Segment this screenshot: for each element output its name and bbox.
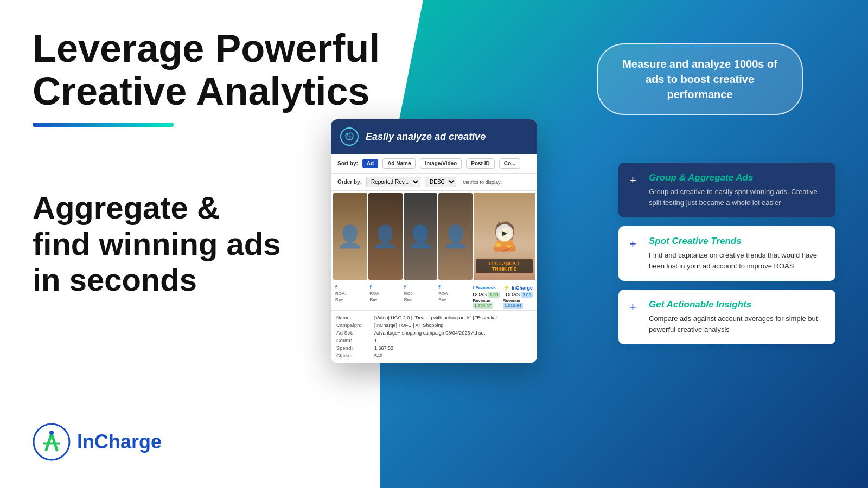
thumb-person-3: 👤 — [404, 193, 438, 280]
orderby-select[interactable]: Reported Rev... — [366, 177, 420, 187]
video-caption: IT'S FANCY, ITHINK IT'S — [476, 259, 533, 273]
roas-row: ROAS 1.06 ROAS 3.06 — [473, 292, 533, 297]
detail-spend-row: Spend: 1,667.52 — [336, 344, 532, 352]
detail-spend-label: Spend: — [336, 344, 374, 352]
fb-icon-3: f — [404, 285, 437, 290]
ads-grid: 👤 👤 👤 👤 🙎 IT'S FANCY, ITHINK IT'S — [331, 191, 537, 282]
badge-text: Measure and analyze 1000s of ads to boos… — [622, 56, 777, 102]
revenue-val-1: 1,764.27 — [473, 303, 493, 309]
feature-title-2: Spot Creative Trends — [649, 236, 825, 247]
ad-detail-table: Name: [Video] UGC 2.0 | "Dealing with ac… — [336, 314, 532, 359]
feature-desc-2: Find and capitalize on creative trends t… — [649, 250, 825, 271]
play-button[interactable] — [496, 224, 513, 242]
ad-thumb-main[interactable]: 🙎 IT'S FANCY, ITHINK IT'S — [474, 193, 535, 280]
ad-stats-row: f ROA: Rev f ROA Rev f ROJ Rev f ROA Rev… — [331, 282, 537, 310]
feature-desc-3: Compare ads against account averages for… — [649, 313, 825, 335]
feature-content-3: Get Actionable Insights Compare ads agai… — [649, 299, 825, 335]
fb-icon-1: f — [335, 285, 368, 290]
brain-icon — [340, 127, 359, 146]
main-headline-section: Leverage Powerful Creative Analytics — [33, 27, 380, 127]
sort-label: Sort by: — [337, 160, 358, 166]
detail-adset-val: Advantage+ shopping campaign 08/04/2023 … — [374, 329, 532, 337]
thumb-person-1: 👤 — [333, 193, 367, 280]
ad-detail-panel: Name: [Video] UGC 2.0 | "Dealing with ac… — [331, 310, 537, 363]
detail-count-label: Count: — [336, 337, 374, 344]
roas-val-2: 3.06 — [521, 292, 533, 298]
detail-adset-label: Ad Set: — [336, 329, 374, 337]
detail-clicks-label: Clicks: — [336, 352, 374, 359]
feature-title-1: Group & Aggregate Ads — [649, 172, 825, 183]
stat-col-2: f ROA Rev — [369, 285, 403, 308]
metrics-label: Metrics to display: — [463, 179, 502, 185]
order-bar: Order by: Reported Rev... DESC ASC Metri… — [331, 174, 537, 191]
direction-select[interactable]: DESC ASC — [425, 177, 456, 187]
detail-clicks-row: Clicks: 540 — [336, 352, 532, 359]
plus-icon-2: + — [629, 237, 640, 251]
screenshot-card: Easily analyze ad creative Sort by: Ad A… — [331, 119, 537, 363]
orderby-label: Order by: — [337, 179, 362, 185]
facebook-label: f Facebook — [473, 285, 496, 290]
logo-text: InCharge — [77, 431, 162, 453]
sort-bar: Sort by: Ad Ad Name Image/Video Post ID … — [331, 154, 537, 174]
ad-thumb-2[interactable]: 👤 — [368, 193, 403, 280]
sort-btn-imagevideo[interactable]: Image/Video — [420, 158, 462, 169]
fb-icon-4: f — [438, 285, 471, 290]
feature-title-3: Get Actionable Insights — [649, 299, 825, 310]
stat-col-4: f ROA Rev — [438, 285, 471, 308]
detail-campaign-val: [InCharge] TOFU | A+ Shopping — [374, 322, 532, 329]
detail-clicks-val: 540 — [374, 352, 532, 359]
screenshot-header-title: Easily analyze ad creative — [366, 131, 486, 143]
detail-count-row: Count: 1 — [336, 337, 532, 344]
svg-point-0 — [34, 424, 69, 460]
fb-icon-2: f — [369, 285, 403, 290]
ad-thumb-4[interactable]: 👤 — [438, 193, 473, 280]
detail-count-val: 1 — [374, 337, 532, 344]
headline-underline — [33, 123, 174, 127]
stat-col-1: f ROA: Rev — [335, 285, 368, 308]
detail-name-val: [Video] UGC 2.0 | "Dealing with aching n… — [374, 314, 532, 322]
plus-icon-1: + — [629, 174, 640, 188]
incharge-small: ⚡ InCharge — [503, 285, 533, 291]
sub-headline-section: Aggregate & find winning ads in seconds — [33, 190, 281, 298]
sort-btn-adname[interactable]: Ad Name — [382, 158, 416, 169]
screenshot-header: Easily analyze ad creative — [331, 119, 537, 154]
thumb-person-2: 👤 — [368, 193, 403, 280]
svg-point-1 — [49, 431, 54, 435]
logo-area: InCharge — [33, 423, 162, 461]
sort-btn-ad[interactable]: Ad — [362, 159, 378, 168]
detail-name-row: Name: [Video] UGC 2.0 | "Dealing with ac… — [336, 314, 532, 322]
plus-icon-3: + — [629, 300, 640, 314]
headline-title: Leverage Powerful Creative Analytics — [33, 27, 380, 113]
sub-headline-text: Aggregate & find winning ads in seconds — [33, 190, 281, 298]
incharge-logo-icon — [33, 423, 71, 461]
platform-row: f Facebook ⚡ InCharge — [473, 285, 533, 291]
badge-pill: Measure and analyze 1000s of ads to boos… — [597, 43, 803, 115]
ad-thumb-3[interactable]: 👤 — [404, 193, 438, 280]
sort-btn-postid[interactable]: Post ID — [466, 158, 494, 169]
feature-card-group: + Group & Aggregate Ads Group ad creativ… — [618, 163, 835, 217]
roas-val-1: 1.06 — [488, 292, 500, 298]
main-ad-stats: f Facebook ⚡ InCharge ROAS 1.06 ROAS 3.0… — [473, 285, 533, 308]
detail-name-label: Name: — [336, 314, 374, 322]
stat-col-3: f ROJ Rev — [404, 285, 437, 308]
detail-spend-val: 1,667.52 — [374, 344, 532, 352]
thumb-person-4: 👤 — [438, 193, 473, 280]
feature-cards-section: + Group & Aggregate Ads Group ad creativ… — [618, 163, 835, 344]
feature-card-insights: + Get Actionable Insights Compare ads ag… — [618, 290, 835, 344]
detail-campaign-label: Campaign: — [336, 322, 374, 329]
feature-card-trends: + Spot Creative Trends Find and capitali… — [618, 226, 835, 281]
sort-btn-more[interactable]: Co... — [499, 158, 521, 169]
revenue-val-2: 1,016.64 — [503, 303, 523, 309]
detail-adset-row: Ad Set: Advantage+ shopping campaign 08/… — [336, 329, 532, 337]
feature-content-1: Group & Aggregate Ads Group ad creative … — [649, 172, 825, 208]
ad-thumb-1[interactable]: 👤 — [333, 193, 367, 280]
feature-desc-1: Group ad creative to easily spot winning… — [649, 187, 825, 208]
detail-campaign-row: Campaign: [InCharge] TOFU | A+ Shopping — [336, 322, 532, 329]
feature-content-2: Spot Creative Trends Find and capitalize… — [649, 236, 825, 271]
revenue-row: Revenue 1,764.27 Revenue 1,016.64 — [473, 298, 533, 308]
svg-point-3 — [346, 133, 348, 136]
